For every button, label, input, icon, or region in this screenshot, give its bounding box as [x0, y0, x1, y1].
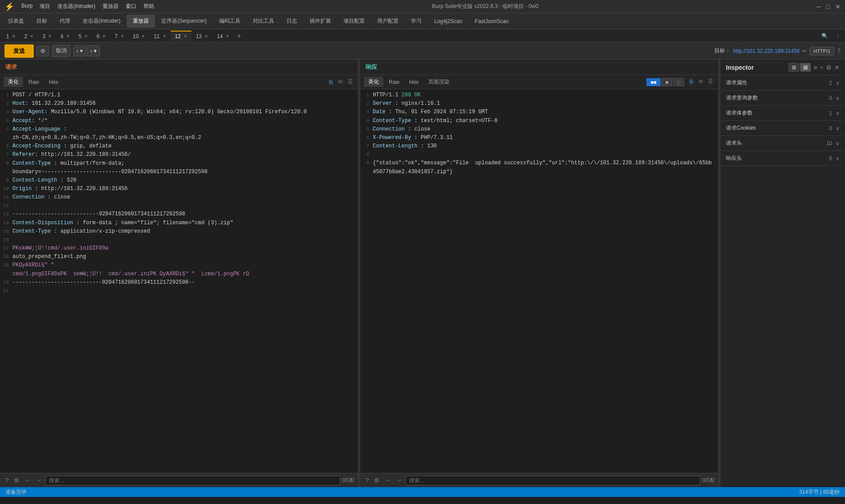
menu-repeater[interactable]: 重放器 [103, 3, 119, 10]
inspector-section-body-params-header[interactable]: 请求体参数 1 ∨ [721, 106, 845, 120]
menu-project[interactable]: 项目 [40, 3, 50, 10]
response-settings-icon[interactable]: ⚙ [372, 476, 381, 484]
tab-13[interactable]: 13 ✕ [191, 31, 212, 41]
view-full-btn[interactable]: □ [673, 78, 684, 86]
tab-5[interactable]: 5 ✕ [74, 31, 92, 41]
request-tab-raw[interactable]: Raw [24, 78, 44, 87]
inspector-view-panel[interactable]: ▤ [800, 63, 811, 71]
menu-intruder[interactable]: 攻击器(Intruder) [57, 3, 95, 10]
request-line-21: 21 [0, 287, 358, 295]
response-next-match[interactable]: → [394, 476, 403, 484]
settings-button[interactable]: ⚙ [36, 46, 49, 56]
nav-decoder[interactable]: 编码工具 [213, 15, 247, 28]
nav-comparer[interactable]: 对比工具 [247, 15, 280, 28]
request-tab-hex[interactable]: Hex [44, 78, 63, 87]
cancel-button[interactable]: 取消 [52, 45, 71, 57]
inspector-close-icon[interactable]: ✕ [834, 64, 840, 71]
nav-project-options[interactable]: 项目配置 [337, 15, 371, 28]
add-tab-button[interactable]: + [234, 30, 245, 42]
nav-intruder[interactable]: 攻击器(Intruder) [76, 15, 127, 28]
nav-proxy[interactable]: 代理 [53, 15, 76, 28]
nav-dashboard[interactable]: 仪表盘 [2, 15, 30, 28]
inspector-section-response-headers-header[interactable]: 响应头 6 ∨ [721, 151, 845, 166]
nav-learn[interactable]: 学习 [405, 15, 428, 28]
tab-4-close[interactable]: ✕ [66, 34, 70, 39]
tab-13-close[interactable]: ✕ [204, 34, 208, 39]
http-version[interactable]: HTTP/1 [809, 47, 834, 56]
tab-6-close[interactable]: ✕ [102, 34, 106, 39]
tab-14-close[interactable]: ✕ [226, 34, 229, 39]
request-prev-match[interactable]: ← [23, 476, 32, 484]
tab-6[interactable]: 6 ✕ [92, 31, 110, 41]
menu-burp[interactable]: Burp [21, 3, 32, 10]
search-icon[interactable]: 🔍 [819, 32, 831, 40]
request-help-icon[interactable]: ? [4, 476, 10, 484]
maximize-button[interactable]: □ [826, 3, 830, 10]
request-search-input[interactable] [45, 476, 340, 485]
edit-target-icon[interactable]: ✏ [802, 48, 807, 54]
tab-10[interactable]: 10 ✕ [128, 31, 149, 41]
response-help-icon[interactable]: ? [364, 476, 371, 484]
tab-menu-icon[interactable]: ⋮ [833, 32, 843, 40]
tab-4[interactable]: 4 ✕ [56, 31, 74, 41]
close-button[interactable]: ✕ [835, 3, 841, 10]
response-search-input[interactable] [405, 476, 701, 485]
response-tab-raw[interactable]: Raw [384, 78, 404, 87]
tab-7-close[interactable]: ✕ [120, 34, 124, 39]
tab-14[interactable]: 14 ✕ [212, 31, 233, 41]
tab-11[interactable]: 11 ✕ [149, 31, 170, 41]
request-settings-icon[interactable]: ⚙ [12, 476, 21, 484]
nav-user-options[interactable]: 用户配置 [371, 15, 405, 28]
response-tab-render[interactable]: 页面渲染 [424, 77, 454, 87]
response-tab-hex[interactable]: Hex [405, 78, 423, 87]
inspector-section-request-attrs-header[interactable]: 请求属性 2 ∨ [721, 75, 845, 90]
request-tab-pretty[interactable]: 美化 [4, 77, 23, 87]
nav-repeater[interactable]: 重放器 [127, 15, 155, 28]
tab-10-close[interactable]: ✕ [141, 34, 145, 39]
tab-1-close[interactable]: ✕ [12, 34, 16, 39]
minimize-button[interactable]: ─ [817, 3, 821, 10]
request-menu-icon[interactable]: ☰ [346, 78, 355, 87]
inspector-align-icon[interactable]: ≡ [813, 64, 817, 71]
menu-help[interactable]: 帮助 [143, 3, 154, 10]
response-menu-icon[interactable]: ☰ [706, 77, 715, 87]
request-next-match[interactable]: → [34, 476, 43, 484]
tab-11-close[interactable]: ✕ [163, 34, 166, 39]
inspector-settings-icon[interactable]: ⚙ [826, 64, 832, 71]
request-body: 1 POST / HTTP/1.1 2 Host: 101.32.220.189… [0, 89, 358, 473]
nav-target[interactable]: 目标 [30, 15, 53, 28]
tab-7[interactable]: 7 ✕ [110, 31, 128, 41]
view-split-btn[interactable]: ■■ [646, 78, 660, 86]
tab-1[interactable]: 1 ✕ [2, 31, 20, 41]
response-wrap-icon[interactable]: \n [697, 77, 705, 87]
response-tab-pretty[interactable]: 美化 [364, 77, 383, 87]
nav-logger[interactable]: 日志 [280, 15, 303, 28]
view-half-btn[interactable]: ■ [662, 78, 673, 86]
request-wrap-icon[interactable]: \n [336, 78, 344, 87]
response-copy-icon[interactable]: ⎘ [688, 77, 695, 87]
inspector-split-icon[interactable]: ÷ [820, 64, 823, 71]
inspector-section-cookies-header[interactable]: 请求Cookies 0 ∨ [721, 121, 845, 135]
nav-fastjsonscan[interactable]: FastJsonScan [469, 16, 515, 27]
menu-window[interactable]: 窗口 [126, 3, 136, 10]
inspector-section-request-headers-header[interactable]: 请求头 10 ∨ [721, 136, 845, 151]
send-button[interactable]: 发送 [4, 44, 34, 58]
tab-2[interactable]: 2 ✕ [20, 31, 38, 41]
inspector-section-cookies: 请求Cookies 0 ∨ [721, 121, 845, 136]
inspector-view-list[interactable]: ▦ [789, 63, 799, 71]
tab-3-close[interactable]: ✕ [48, 34, 52, 39]
nav-sequencer[interactable]: 定序器(Sequencer) [155, 15, 213, 28]
help-icon[interactable]: ? [837, 48, 841, 55]
tab-3[interactable]: 3 ✕ [38, 31, 56, 41]
response-prev-match[interactable]: ← [383, 476, 392, 484]
nav-log4j2scan[interactable]: Log4j2Scan [428, 16, 468, 27]
nav-back-button[interactable]: ‹ ▾ [73, 45, 86, 56]
tab-12-close[interactable]: ✕ [183, 34, 187, 39]
nav-extensions[interactable]: 插件扩展 [303, 15, 337, 28]
nav-forward-button[interactable]: › ▾ [87, 45, 100, 56]
inspector-section-query-params-header[interactable]: 请求查询参数 0 ∨ [721, 91, 845, 105]
tab-2-close[interactable]: ✕ [30, 34, 33, 39]
tab-12[interactable]: 12 ✕ [171, 31, 191, 41]
request-copy-icon[interactable]: ⎘ [327, 78, 335, 87]
tab-5-close[interactable]: ✕ [84, 34, 88, 39]
